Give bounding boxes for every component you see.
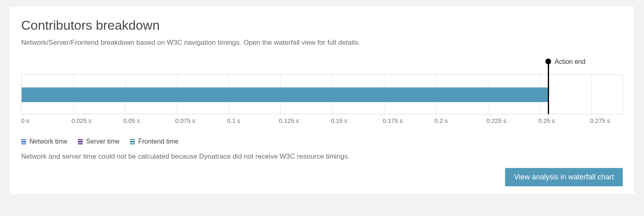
legend-label: Frontend time: [138, 138, 179, 145]
legend-swatch-icon: [21, 139, 26, 144]
chart-x-tick: 0.025 s: [71, 117, 91, 124]
chart-x-tick: 0.2 s: [434, 117, 448, 124]
legend-item: Network time: [21, 138, 67, 145]
chart-marker-label: Action end: [555, 58, 586, 65]
breakdown-chart: 0 s0.025 s0.05 s0.075 s0.1 s0.125 s0.15 …: [21, 58, 623, 119]
chart-plot-area: [21, 74, 623, 114]
legend-item: Server time: [78, 138, 119, 145]
chart-x-tick: 0.275 s: [590, 117, 610, 124]
legend-item: Frontend time: [130, 138, 179, 145]
card-subtitle: Network/Server/Frontend breakdown based …: [21, 39, 623, 47]
legend-swatch-icon: [78, 139, 83, 144]
card-title: Contributors breakdown: [21, 18, 623, 33]
chart-marker-line: [548, 61, 549, 114]
legend-label: Network time: [29, 138, 67, 145]
contributors-breakdown-card: Contributors breakdown Network/Server/Fr…: [10, 7, 634, 194]
chart-bar-frontend-time: [22, 87, 548, 102]
legend-swatch-icon: [130, 139, 135, 144]
chart-x-tick: 0.175 s: [383, 117, 403, 124]
chart-gridline: [591, 75, 592, 114]
chart-marker-dot: [545, 59, 551, 64]
chart-x-tick: 0 s: [21, 117, 29, 124]
chart-x-tick: 0.05 s: [123, 117, 140, 124]
chart-x-tick: 0.125 s: [279, 117, 299, 124]
chart-x-tick: 0.1 s: [227, 117, 240, 124]
chart-x-tick: 0.075 s: [175, 117, 195, 124]
warning-note: Network and server time could not be cal…: [21, 153, 623, 161]
chart-x-tick: 0.25 s: [538, 117, 555, 124]
chart-legend: Network timeServer timeFrontend time: [21, 138, 623, 145]
legend-label: Server time: [86, 138, 119, 145]
chart-x-tick: 0.225 s: [486, 117, 506, 124]
chart-x-axis: 0 s0.025 s0.05 s0.075 s0.1 s0.125 s0.15 …: [21, 117, 623, 127]
view-waterfall-button[interactable]: View analysis in waterfall chart: [505, 168, 623, 186]
chart-x-tick: 0.15 s: [331, 117, 347, 124]
